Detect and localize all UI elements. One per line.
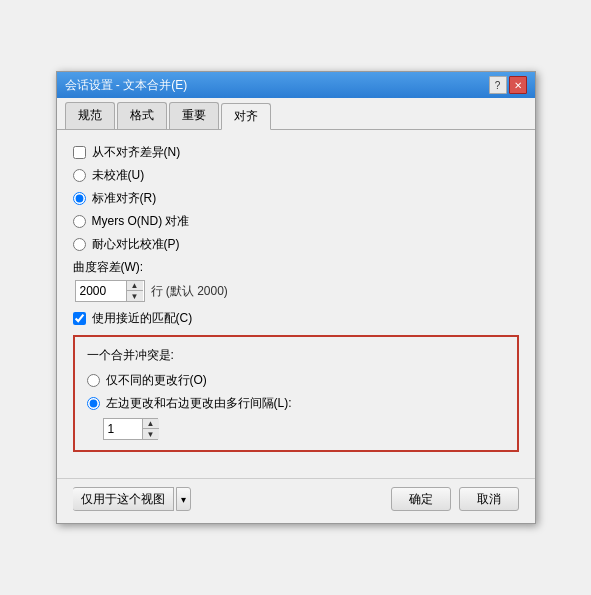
radio-uncalibrated-label[interactable]: 未校准(U) [92,167,145,184]
spacing-arrows: ▲ ▼ [142,419,159,439]
radio-standard-label[interactable]: 标准对齐(R) [92,190,157,207]
dialog: 会话设置 - 文本合并(E) ? ✕ 规范 格式 重要 对齐 从不对齐差异(N)… [56,71,536,524]
proximity-match-row: 使用接近的匹配(C) [73,310,519,327]
conflict-box: 一个合并冲突是: 仅不同的更改行(O) 左边更改和右边更改由多行间隔(L): ▲… [73,335,519,452]
radio-myers-row: Myers O(ND) 对准 [73,213,519,230]
curvature-spin-up[interactable]: ▲ [127,281,143,291]
conflict-radio-spacing[interactable] [87,397,100,410]
radio-myers-label[interactable]: Myers O(ND) 对准 [92,213,190,230]
curvature-hint: 行 (默认 2000) [151,283,228,300]
curvature-label: 曲度容差(W): [73,259,519,276]
curvature-spinbox-row: ▲ ▼ 行 (默认 2000) [75,280,519,302]
never-align-label[interactable]: 从不对齐差异(N) [92,144,181,161]
proximity-match-label[interactable]: 使用接近的匹配(C) [92,310,193,327]
conflict-radio-changed-lines[interactable] [87,374,100,387]
window-title: 会话设置 - 文本合并(E) [65,77,188,94]
title-bar-controls: ? ✕ [489,76,527,94]
curvature-input[interactable] [76,281,126,301]
conflict-radio2-row: 左边更改和右边更改由多行间隔(L): [87,395,505,412]
radio-myers[interactable] [73,215,86,228]
cancel-button[interactable]: 取消 [459,487,519,511]
radio-patience-label[interactable]: 耐心对比校准(P) [92,236,180,253]
confirm-button[interactable]: 确定 [391,487,451,511]
radio-standard[interactable] [73,192,86,205]
tab-normalize[interactable]: 规范 [65,102,115,129]
view-dropdown-button[interactable]: ▾ [176,487,191,511]
title-bar: 会话设置 - 文本合并(E) ? ✕ [57,72,535,98]
conflict-radio1-row: 仅不同的更改行(O) [87,372,505,389]
help-button[interactable]: ? [489,76,507,94]
conflict-radio1-label[interactable]: 仅不同的更改行(O) [106,372,207,389]
radio-standard-row: 标准对齐(R) [73,190,519,207]
radio-patience-row: 耐心对比校准(P) [73,236,519,253]
curvature-spin-down[interactable]: ▼ [127,291,143,301]
never-align-row: 从不对齐差异(N) [73,144,519,161]
proximity-match-checkbox[interactable] [73,312,86,325]
spacing-spinbox: ▲ ▼ [103,418,158,440]
title-bar-left: 会话设置 - 文本合并(E) [65,77,188,94]
footer-right: 确定 取消 [391,487,519,511]
spacing-spin-up[interactable]: ▲ [143,419,159,429]
footer-left: 仅用于这个视图 ▾ [73,487,191,511]
radio-uncalibrated[interactable] [73,169,86,182]
conflict-radio2-label[interactable]: 左边更改和右边更改由多行间隔(L): [106,395,292,412]
tab-align[interactable]: 对齐 [221,103,271,130]
tab-format[interactable]: 格式 [117,102,167,129]
radio-patience[interactable] [73,238,86,251]
never-align-checkbox[interactable] [73,146,86,159]
close-button[interactable]: ✕ [509,76,527,94]
radio-uncalibrated-row: 未校准(U) [73,167,519,184]
footer: 仅用于这个视图 ▾ 确定 取消 [57,478,535,523]
conflict-title: 一个合并冲突是: [87,347,505,364]
spacing-spin-down[interactable]: ▼ [143,429,159,439]
curvature-arrows: ▲ ▼ [126,281,143,301]
curvature-spinbox: ▲ ▼ [75,280,145,302]
spacing-input[interactable] [104,419,142,439]
view-button[interactable]: 仅用于这个视图 [73,487,174,511]
tab-important[interactable]: 重要 [169,102,219,129]
tab-bar: 规范 格式 重要 对齐 [57,98,535,130]
content-area: 从不对齐差异(N) 未校准(U) 标准对齐(R) Myers O(ND) 对准 … [57,130,535,474]
